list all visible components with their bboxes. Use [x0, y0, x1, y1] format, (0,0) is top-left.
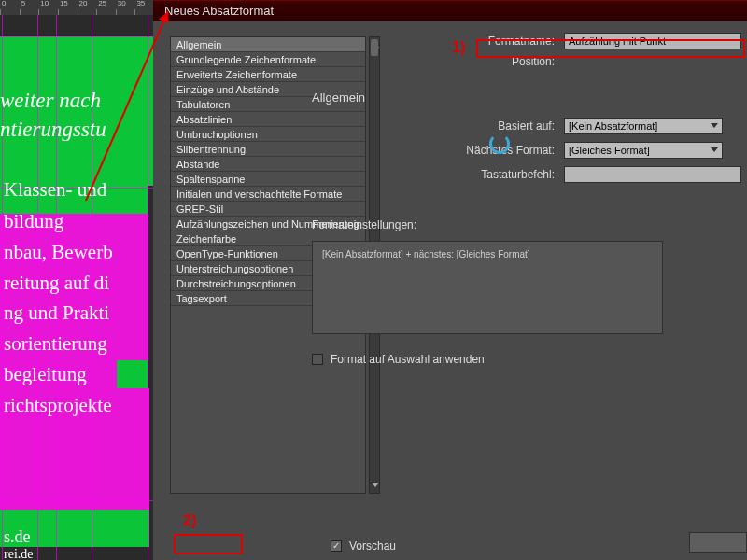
formatname-input[interactable]: [564, 33, 741, 49]
position-label: Position:: [387, 55, 564, 68]
doc-heading-line: ntierungsstu: [0, 116, 154, 144]
doc-list-item: Klassen- und: [4, 175, 154, 203]
category-item[interactable]: Umbruchoptionen: [171, 127, 365, 142]
ok-button[interactable]: [689, 532, 747, 553]
paragraph-style-dialog: Neues Absatzformat AllgemeinGrundlegende…: [153, 0, 747, 560]
next-format-label: Nächstes Format:: [387, 144, 564, 157]
doc-list-item: reitung auf di: [4, 269, 154, 297]
doc-list-item: richtsprojekte: [4, 391, 154, 419]
category-item[interactable]: Allgemein: [171, 37, 365, 52]
based-on-dropdown[interactable]: [Kein Absatzformat]: [564, 118, 723, 134]
format-settings-label: Formateinstellungen:: [312, 218, 747, 231]
category-item[interactable]: Erweiterte Zeichenformate: [171, 67, 365, 82]
format-settings-box: [Kein Absatzformat] + nächstes: [Gleiche…: [312, 241, 663, 334]
doc-list-item: ng und Prakti: [4, 299, 154, 327]
doc-list-item: begleitung: [4, 360, 154, 388]
category-item[interactable]: Absatzlinien: [171, 112, 365, 127]
apply-to-selection-row[interactable]: Format auf Auswahl anwenden: [312, 353, 747, 366]
next-format-dropdown[interactable]: [Gleiches Format]: [564, 142, 723, 159]
doc-heading-line: weiter nach: [0, 87, 154, 115]
document-canvas: weiter nach ntierungsstu Klassen- und bi…: [0, 0, 154, 560]
category-item[interactable]: Grundlegende Zeichenformate: [171, 52, 365, 67]
category-content-panel: Formatname: Position: Allgemein Basiert …: [387, 29, 747, 560]
category-item[interactable]: Spaltenspanne: [171, 172, 365, 187]
based-on-label: Basiert auf:: [387, 119, 564, 133]
apply-to-selection-checkbox[interactable]: [312, 354, 323, 365]
horizontal-ruler: [0, 0, 154, 15]
shortcut-label: Tastaturbefehl:: [387, 168, 564, 181]
dialog-title: Neues Absatzformat: [153, 1, 747, 21]
apply-to-selection-label: Format auf Auswahl anwenden: [331, 353, 485, 366]
preview-checkbox[interactable]: [331, 540, 342, 552]
category-item[interactable]: Abstände: [171, 157, 365, 172]
category-item[interactable]: Silbentrennung: [171, 142, 365, 157]
doc-list-item: sorientierung: [4, 329, 154, 357]
doc-list-item: nbau, Bewerb: [4, 238, 154, 266]
doc-list-item: bildung: [4, 207, 154, 235]
category-item[interactable]: Initialen und verschachtelte Formate: [171, 187, 365, 202]
allgemein-header: Allgemein: [312, 91, 747, 105]
formatname-label: Formatname:: [387, 35, 564, 48]
preview-row[interactable]: Vorschau: [331, 539, 396, 553]
preview-label: Vorschau: [349, 539, 396, 553]
loading-spinner-icon: [489, 133, 510, 154]
category-item[interactable]: GREP-Stil: [171, 202, 365, 217]
shortcut-input[interactable]: [564, 166, 741, 183]
doc-footer-url: rei.de: [4, 540, 154, 560]
scroll-down-icon[interactable]: [372, 483, 379, 487]
